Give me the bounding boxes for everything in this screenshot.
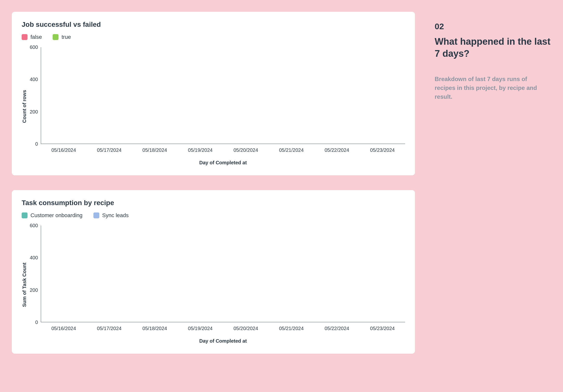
chart-card-job-success: Job successful vs failed false true Coun… xyxy=(12,12,415,175)
x-tick-label: 05/18/2024 xyxy=(132,326,178,331)
x-tick-label: 05/22/2024 xyxy=(314,326,360,331)
chart-card-task-consumption: Task consumption by recipe Customer onbo… xyxy=(12,190,415,354)
x-tick-label: 05/19/2024 xyxy=(178,147,223,153)
legend-label: Customer onboarding xyxy=(30,212,83,219)
legend-label: true xyxy=(61,34,71,40)
chart-plot-area xyxy=(41,225,405,322)
x-tick-label: 05/22/2024 xyxy=(314,147,360,153)
chart-legend: false true xyxy=(22,34,405,40)
swatch-sync-leads xyxy=(93,212,99,218)
x-tick-label: 05/16/2024 xyxy=(41,326,86,331)
x-tick-label: 05/21/2024 xyxy=(268,147,314,153)
x-tick-label: 05/23/2024 xyxy=(360,326,405,331)
section-number: 02 xyxy=(435,22,551,31)
legend-label: false xyxy=(30,34,42,40)
y-axis-ticks: 600 400 200 0 xyxy=(30,225,41,322)
y-axis-label: Count of rows xyxy=(22,90,27,123)
legend-item-sync-leads[interactable]: Sync leads xyxy=(93,212,129,219)
x-tick-label: 05/18/2024 xyxy=(132,147,178,153)
x-axis-label: Day of Completed at xyxy=(41,338,405,344)
swatch-false xyxy=(22,34,28,40)
x-tick-label: 05/21/2024 xyxy=(268,326,314,331)
chart-plot-area xyxy=(41,47,405,144)
x-tick-label: 05/20/2024 xyxy=(223,326,268,331)
x-tick-label: 05/17/2024 xyxy=(87,326,132,331)
chart-title: Job successful vs failed xyxy=(22,21,405,28)
section-description: Breakdown of last 7 days runs of recipes… xyxy=(435,75,543,101)
x-axis-ticks: 05/16/202405/17/202405/18/202405/19/2024… xyxy=(41,147,405,153)
swatch-true xyxy=(53,34,59,40)
legend-item-true[interactable]: true xyxy=(53,34,71,40)
legend-item-customer-onboarding[interactable]: Customer onboarding xyxy=(22,212,83,219)
x-tick-label: 05/19/2024 xyxy=(178,326,223,331)
x-axis-ticks: 05/16/202405/17/202405/18/202405/19/2024… xyxy=(41,326,405,331)
legend-item-false[interactable]: false xyxy=(22,34,42,40)
y-axis-ticks: 600 400 200 0 xyxy=(30,47,41,144)
x-axis-label: Day of Completed at xyxy=(41,160,405,166)
sidebar-description: 02 What happened in the last 7 days? Bre… xyxy=(435,12,551,380)
section-title: What happened in the last 7 days? xyxy=(435,36,551,60)
x-tick-label: 05/20/2024 xyxy=(223,147,268,153)
swatch-customer-onboarding xyxy=(22,212,28,218)
x-tick-label: 05/17/2024 xyxy=(87,147,132,153)
chart-legend: Customer onboarding Sync leads xyxy=(22,212,405,219)
y-axis-label: Sum of Task Count xyxy=(22,263,27,307)
x-tick-label: 05/23/2024 xyxy=(360,147,405,153)
chart-title: Task consumption by recipe xyxy=(22,199,405,207)
legend-label: Sync leads xyxy=(102,212,129,219)
x-tick-label: 05/16/2024 xyxy=(41,147,86,153)
